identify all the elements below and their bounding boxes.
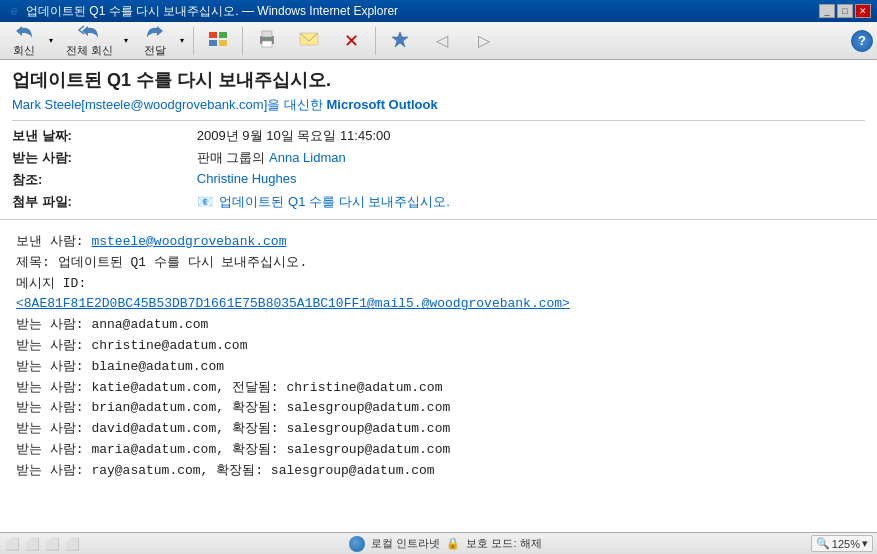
title-bar: e 업데이트된 Q1 수를 다시 보내주십시오. — Windows Inter… [0,0,877,22]
minimize-button[interactable]: _ [819,4,835,18]
body-from-link[interactable]: msteele@woodgrovebank.com [91,234,286,249]
message-header: 업데이트된 Q1 수를 다시 보내주십시오. Mark Steele[mstee… [0,60,877,220]
status-icon-4: ⬜ [64,536,80,552]
status-globe-icon [349,536,365,552]
forward-dropdown-arrow[interactable]: ▾ [175,25,189,57]
nav-forward-icon: ▷ [478,33,490,49]
svg-point-7 [270,38,272,40]
body-msgid-line: 메시지 ID: [16,274,861,295]
to-link[interactable]: Anna Lidman [269,150,346,165]
body-subject-line: 제목: 업데이트된 Q1 수를 다시 보내주십시오. [16,253,861,274]
reply-all-dropdown-arrow[interactable]: ▾ [119,25,133,57]
status-icon-2: ⬜ [24,536,40,552]
svg-rect-0 [209,32,217,38]
body-msgid-label: 메시지 ID: [16,276,86,291]
attach-label: 첨부 파일: [12,191,197,213]
cc-link[interactable]: Christine Hughes [197,171,297,186]
svg-marker-9 [392,32,408,47]
recipients-list: 받는 사람: anna@adatum.com받는 사람: christine@a… [16,315,861,481]
cc-label: 참조: [12,169,197,191]
recipient-row: 받는 사람: ray@asatum.com, 확장됨: salesgroup@a… [16,461,861,482]
date-label: 보낸 날짜: [12,125,197,147]
security-label: 보호 모드: 해제 [466,536,541,551]
reply-label: 회신 [13,43,35,58]
body-from-line: 보낸 사람: msteele@woodgrovebank.com [16,232,861,253]
svg-rect-6 [262,41,272,47]
close-button[interactable]: ✕ [855,4,871,18]
outlook-label: Microsoft Outlook [327,97,438,112]
recipient-row: 받는 사람: blaine@adatum.com [16,357,861,378]
toolbar: 회신 ▾ 전체 회신 ▾ 전달 ▾ [0,22,877,60]
svg-rect-5 [262,31,272,37]
header-divider [12,120,865,121]
print-icon [258,30,276,51]
delete-icon: ✕ [344,32,359,50]
svg-rect-2 [209,40,217,46]
maximize-button[interactable]: □ [837,4,853,18]
forward-button[interactable]: 전달 [135,25,175,57]
recipient-row: 받는 사람: brian@adatum.com, 확장됨: salesgroup… [16,398,861,419]
reply-button[interactable]: 회신 [4,25,44,57]
zoom-dropdown-icon: ▾ [862,537,868,550]
forward-label: 전달 [144,43,166,58]
print-button[interactable] [247,25,287,57]
security-lock-icon: 🔒 [446,537,460,550]
ie-logo-icon: e [6,3,22,19]
mark-icon [390,30,410,51]
to-row: 받는 사람: 판매 그룹의 Anna Lidman [12,147,865,169]
envelope-icon [299,31,319,50]
reply-all-button[interactable]: 전체 회신 [60,25,119,57]
attach-icon: 📧 [197,194,213,209]
forward-icon [145,23,165,42]
attach-row: 첨부 파일: 📧 업데이트된 Q1 수를 다시 보내주십시오. [12,191,865,213]
reply-all-group[interactable]: 전체 회신 ▾ [60,25,133,57]
reply-dropdown-arrow[interactable]: ▾ [44,25,58,57]
reply-group[interactable]: 회신 ▾ [4,25,58,57]
status-icon-1: ⬜ [4,536,20,552]
to-text: 판매 그룹의 [197,150,266,165]
nav-forward-button[interactable]: ▷ [464,25,504,57]
separator-1 [193,27,194,55]
separator-3 [375,27,376,55]
categories-icon [208,31,228,50]
body-msgid-value[interactable]: <8AE81F81E2D0BC45B53DB7D1661E75B8035A1BC… [16,296,570,311]
delete-button[interactable]: ✕ [331,25,371,57]
date-value: 2009년 9월 10일 목요일 11:45:00 [197,125,865,147]
body-subject-value: 업데이트된 Q1 수를 다시 보내주십시오. [58,255,308,270]
separator-2 [242,27,243,55]
recipient-row: 받는 사람: david@adatum.com, 확장됨: salesgroup… [16,419,861,440]
zoom-button[interactable]: 🔍 125% ▾ [811,535,873,552]
envelope-button[interactable] [289,25,329,57]
status-bar: ⬜ ⬜ ⬜ ⬜ 로컬 인트라넷 🔒 보호 모드: 해제 🔍 125% ▾ [0,532,877,554]
nav-back-button[interactable]: ◁ [422,25,462,57]
recipient-row: 받는 사람: christine@adatum.com [16,336,861,357]
recipient-row: 받는 사람: maria@adatum.com, 확장됨: salesgroup… [16,440,861,461]
attach-value: 📧 업데이트된 Q1 수를 다시 보내주십시오. [197,191,865,213]
sender-name-link[interactable]: Mark Steele[msteele@woodgrovebank.com]을 … [12,97,323,112]
body-subject-label: 제목: [16,255,50,270]
message-body: 보낸 사람: msteele@woodgrovebank.com 제목: 업데이… [0,220,877,532]
svg-rect-3 [219,40,227,46]
body-from-label: 보낸 사람: [16,234,84,249]
status-center: 로컬 인트라넷 🔒 보호 모드: 해제 [349,536,541,552]
window-controls[interactable]: _ □ ✕ [819,4,871,18]
status-icon-3: ⬜ [44,536,60,552]
cc-row: 참조: Christine Hughes [12,169,865,191]
status-right[interactable]: 🔍 125% ▾ [811,535,873,552]
categories-button[interactable] [198,25,238,57]
attach-link[interactable]: 업데이트된 Q1 수를 다시 보내주십시오. [219,194,449,209]
sender-line: Mark Steele[msteele@woodgrovebank.com]을 … [12,96,865,114]
reply-all-icon [78,23,102,42]
nav-back-icon: ◁ [436,33,448,49]
reply-all-label: 전체 회신 [66,43,113,58]
window-title: 업데이트된 Q1 수를 다시 보내주십시오. — Windows Interne… [26,3,398,20]
mark-button[interactable] [380,25,420,57]
forward-group[interactable]: 전달 ▾ [135,25,189,57]
status-left: ⬜ ⬜ ⬜ ⬜ [4,536,80,552]
help-button[interactable]: ? [851,30,873,52]
to-label: 받는 사람: [12,147,197,169]
zone-label: 로컬 인트라넷 [371,536,440,551]
svg-rect-1 [219,32,227,38]
header-fields: 보낸 날짜: 2009년 9월 10일 목요일 11:45:00 받는 사람: … [12,125,865,213]
reply-icon [14,23,34,42]
